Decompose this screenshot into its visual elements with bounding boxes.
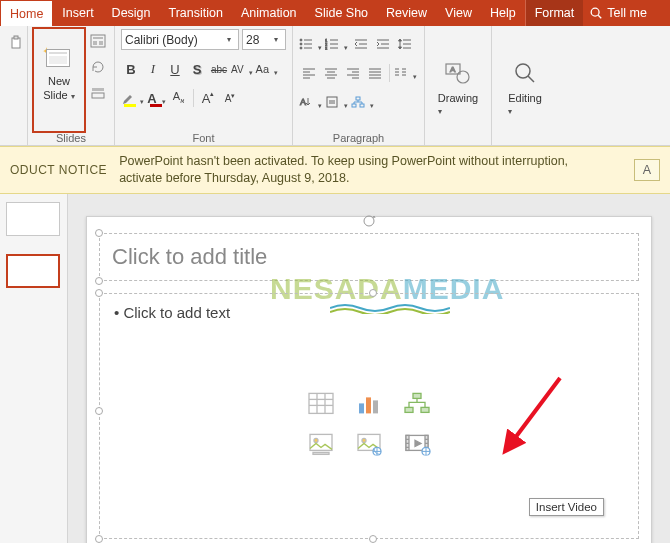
line-spacing-button[interactable] [395,34,415,54]
align-vertical-icon [325,96,339,108]
slide-thumbnail-pane[interactable] [0,194,68,543]
video-icon [403,431,431,455]
new-slide-icon: ✦ [46,49,72,73]
tab-format[interactable]: Format [526,0,584,26]
align-right-button[interactable] [343,63,363,83]
align-text-button[interactable]: ▾ [325,92,349,112]
tab-review[interactable]: Review [377,0,436,26]
product-notice-bar: ODUCT NOTICE PowerPoint hasn't been acti… [0,146,670,194]
online-picture-icon [355,431,383,455]
content-placeholder-text: • Click to add text [114,304,624,321]
outdent-icon [354,38,368,50]
search-icon [589,6,603,20]
tab-animation[interactable]: Animation [232,0,306,26]
bold-button[interactable]: B [121,59,141,79]
tab-home[interactable]: Home [0,0,53,26]
align-left-button[interactable] [299,63,319,83]
insert-video-tooltip: Insert Video [529,498,604,516]
insert-chart-button[interactable] [350,386,388,420]
tell-me-search[interactable]: Tell me [583,0,653,26]
table-icon [307,391,335,415]
text-direction-button[interactable]: A▾ [299,92,323,112]
increase-indent-button[interactable] [373,34,393,54]
paste-button[interactable] [6,33,26,53]
change-case-button[interactable]: Aa▾ [256,59,279,79]
insert-smartart-button[interactable] [398,386,436,420]
svg-line-65 [528,76,534,82]
slide-canvas[interactable]: Click to add title NESADAMEDIA • Click t… [68,194,670,543]
workspace: Click to add title NESADAMEDIA • Click t… [0,194,670,543]
font-size-combo[interactable]: 28▾ [242,29,286,50]
svg-rect-3 [14,36,18,39]
numbering-button[interactable]: 123▾ [325,34,349,54]
shrink-font-button[interactable]: A▾ [220,88,240,108]
insert-video-button[interactable] [398,426,436,460]
group-font: Calibri (Body)▾ 28▾ B I U S abc AV▾ Aa▾ … [115,26,293,145]
selection-handle[interactable] [95,229,103,237]
editing-button[interactable]: Editing▾ [498,29,552,143]
strikethrough-button[interactable]: abc [209,59,229,79]
content-placeholder[interactable]: • Click to add text Insert Video [99,293,639,539]
smartart-button[interactable]: ▾ [351,92,375,112]
svg-point-66 [364,216,374,226]
numbering-icon: 123 [325,38,339,50]
editing-label: Editing▾ [508,92,542,116]
columns-button[interactable]: ▾ [394,63,418,83]
selection-handle[interactable] [95,277,103,285]
bullets-icon [299,38,313,50]
selection-handle[interactable] [95,289,103,297]
clear-formatting-button[interactable]: Aא [169,88,189,108]
notice-title: ODUCT NOTICE [10,163,107,177]
slide-thumbnail-2[interactable] [6,254,60,288]
highlighter-icon [121,91,135,105]
insert-online-pictures-button[interactable] [350,426,388,460]
chart-icon [355,391,383,415]
tab-design[interactable]: Design [103,0,160,26]
section-button[interactable] [88,83,108,103]
justify-button[interactable] [365,63,385,83]
selection-handle[interactable] [95,407,103,415]
group-paragraph: ▾ 123▾ ▾ A▾ ▾ ▾ Paragraph [293,26,425,145]
group-paragraph-label: Paragraph [299,131,418,144]
font-color-button[interactable]: A ▾ [147,88,167,108]
bullets-button[interactable]: ▾ [299,34,323,54]
layout-button[interactable] [88,31,108,51]
group-drawing: A Drawing▾ [425,26,492,145]
italic-button[interactable]: I [143,59,163,79]
selection-handle[interactable] [95,535,103,543]
underline-button[interactable]: U [165,59,185,79]
indent-icon [376,38,390,50]
char-spacing-button[interactable]: AV▾ [231,59,254,79]
justify-icon [368,67,382,79]
group-editing: Editing▾ [492,26,558,145]
insert-pictures-button[interactable] [302,426,340,460]
reset-button[interactable] [88,57,108,77]
new-slide-button[interactable]: ✦ New Slide ▾ [37,32,81,120]
svg-rect-60 [360,104,364,107]
notice-action-button[interactable]: A [634,159,660,181]
find-icon [509,57,541,89]
tab-transition[interactable]: Transition [160,0,232,26]
tab-slideshow[interactable]: Slide Sho [306,0,378,26]
insert-table-button[interactable] [302,386,340,420]
tell-me-label: Tell me [607,6,647,20]
highlight-button[interactable]: ▾ [121,88,145,108]
align-center-button[interactable] [321,63,341,83]
tab-insert[interactable]: Insert [53,0,102,26]
drawing-button[interactable]: A Drawing▾ [431,29,485,143]
rotate-handle-icon[interactable] [362,214,376,228]
font-name-combo[interactable]: Calibri (Body)▾ [121,29,239,50]
slide-thumbnail-1[interactable] [6,202,60,236]
selection-handle[interactable] [369,289,377,297]
line-spacing-icon [398,38,412,50]
selection-handle[interactable] [369,535,377,543]
new-slide-label-1: New [48,75,70,87]
smartart-icon [351,96,365,108]
title-placeholder[interactable]: Click to add title NESADAMEDIA [99,233,639,281]
svg-rect-73 [366,397,371,413]
grow-font-button[interactable]: A▴ [198,88,218,108]
decrease-indent-button[interactable] [351,34,371,54]
tab-help[interactable]: Help [481,0,526,26]
shadow-button[interactable]: S [187,59,207,79]
tab-view[interactable]: View [436,0,481,26]
